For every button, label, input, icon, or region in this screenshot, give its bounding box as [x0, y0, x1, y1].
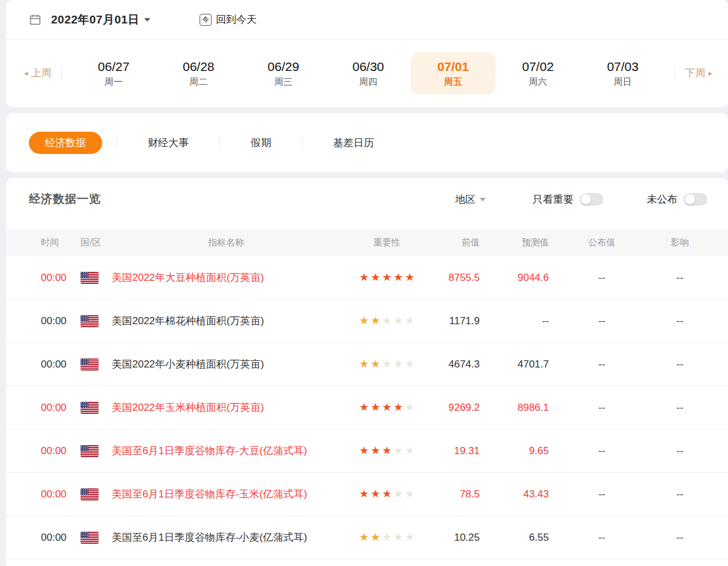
- row-country: [81, 401, 112, 414]
- star-icon: ★: [405, 488, 415, 499]
- table-row[interactable]: 00:00美国2022年小麦种植面积(万英亩)★★★★★4674.34701.7…: [6, 343, 728, 386]
- table-row[interactable]: 00:00美国2022年棉花种植面积(万英亩)★★★★★1171.9------: [6, 300, 728, 343]
- row-country: [81, 444, 112, 457]
- row-impact-value: --: [644, 358, 716, 371]
- day-cell-07-01[interactable]: 07/01周五: [411, 52, 495, 94]
- tab-financial-events[interactable]: 财经大事: [132, 132, 205, 154]
- row-previous-value: 19.31: [433, 445, 491, 457]
- important-only-filter: 只看重要: [533, 192, 604, 206]
- region-filter-dropdown[interactable]: 地区: [455, 192, 486, 206]
- chevron-down-icon: [144, 18, 150, 22]
- row-time: 00:00: [34, 402, 81, 414]
- day-cell-07-03[interactable]: 07/03周日: [580, 52, 665, 94]
- day-weekday: 周一: [105, 75, 123, 88]
- day-date: 06/30: [352, 58, 384, 75]
- star-rating: ★★★★★: [359, 402, 415, 413]
- row-importance: ★★★★★: [340, 445, 433, 457]
- row-published-value: --: [560, 315, 644, 327]
- calendar-header-card: 2022年07月01日 今 回到今天 ◂ 上周 06/27周一06/28周二06…: [6, 0, 728, 107]
- table-row[interactable]: 00:00美国2022年大豆种植面积(万英亩)★★★★★8755.59044.6…: [6, 256, 728, 300]
- row-published-value: --: [560, 402, 644, 414]
- star-rating: ★★★★★: [359, 488, 415, 499]
- row-previous-value: 9269.2: [433, 402, 491, 414]
- toggle-knob: [581, 194, 591, 205]
- day-cell-06-27[interactable]: 06/27周一: [72, 52, 156, 94]
- table-column-headers: 时间国/区指标名称重要性前值预测值公布值影响: [6, 229, 728, 256]
- tab-holidays[interactable]: 假期: [234, 132, 287, 154]
- star-icon: ★: [370, 532, 381, 543]
- table-row[interactable]: 00:00美国至6月1日季度谷物库存-小麦(亿蒲式耳)★★★★★10.256.5…: [6, 516, 728, 559]
- star-icon: ★: [359, 532, 370, 543]
- row-forecast-value: 9044.6: [491, 272, 560, 284]
- day-date: 06/29: [268, 58, 299, 75]
- star-icon: ★: [382, 488, 393, 499]
- row-previous-value: 8755.5: [433, 272, 491, 284]
- us-flag-icon: [81, 488, 99, 500]
- star-icon: ★: [370, 315, 381, 326]
- star-icon: ★: [382, 402, 393, 413]
- star-icon: ★: [405, 315, 415, 326]
- row-forecast-value: 4701.7: [491, 358, 560, 371]
- star-rating: ★★★★★: [359, 358, 415, 369]
- row-published-value: --: [560, 488, 644, 500]
- back-to-today-button[interactable]: 今 回到今天: [200, 13, 257, 26]
- table-row[interactable]: 00:00美国至6月1日季度谷物库存-大豆(亿蒲式耳)★★★★★19.319.6…: [6, 429, 728, 473]
- col-country: 国/区: [81, 237, 112, 248]
- row-indicator-name: 美国至6月1日季度谷物库存-大豆(亿蒲式耳): [112, 444, 340, 458]
- back-to-today-label: 回到今天: [216, 13, 257, 26]
- table-row[interactable]: 00:00美国至6月1日季度谷物库存-玉米(亿蒲式耳)★★★★★78.543.4…: [6, 473, 728, 516]
- star-icon: ★: [382, 532, 393, 543]
- star-icon: ★: [405, 358, 415, 369]
- day-cell-06-30[interactable]: 06/30周四: [326, 52, 411, 94]
- row-impact-value: --: [644, 402, 716, 414]
- star-icon: ★: [393, 402, 404, 413]
- row-previous-value: 4674.3: [433, 358, 491, 371]
- col-previous: 前值: [433, 237, 491, 248]
- toggle-knob: [685, 194, 695, 205]
- day-cell-07-02[interactable]: 07/02周六: [495, 52, 580, 94]
- prev-week-button[interactable]: ◂ 上周: [24, 66, 52, 80]
- star-icon: ★: [359, 315, 370, 326]
- star-icon: ★: [359, 445, 370, 456]
- star-icon: ★: [393, 315, 404, 326]
- tab-economic-data[interactable]: 经济数据: [29, 132, 102, 154]
- row-importance: ★★★★★: [340, 402, 433, 414]
- us-flag-icon: [81, 315, 99, 327]
- chevron-down-icon: [480, 198, 486, 201]
- unpublished-toggle[interactable]: [684, 193, 708, 206]
- divider: [674, 66, 675, 81]
- star-icon: ★: [405, 445, 415, 456]
- day-cell-06-29[interactable]: 06/29周三: [241, 52, 326, 94]
- right-arrow-icon: ▸: [708, 69, 712, 78]
- star-icon: ★: [359, 402, 370, 413]
- day-cell-06-28[interactable]: 06/28周二: [156, 52, 241, 94]
- row-time: 00:00: [34, 358, 81, 371]
- table-filters: 地区 只看重要 未公布: [455, 191, 710, 206]
- row-previous-value: 78.5: [433, 488, 491, 500]
- star-icon: ★: [393, 532, 404, 543]
- week-days: 06/27周一06/28周二06/29周三06/30周四07/01周五07/02…: [72, 52, 665, 94]
- row-published-value: --: [560, 272, 644, 284]
- day-weekday: 周四: [359, 75, 378, 88]
- economic-data-card: 经济数据一览 地区 只看重要 未公布 时间国/区指标名称重要性前值预测值公布值影…: [6, 178, 728, 566]
- tab-basis-calendar[interactable]: 基差日历: [317, 132, 390, 154]
- star-icon: ★: [382, 445, 393, 456]
- star-rating: ★★★★★: [359, 445, 415, 456]
- unpublished-label: 未公布: [647, 192, 678, 206]
- table-row[interactable]: 00:00美国2022年玉米种植面积(万英亩)★★★★★9269.28986.1…: [6, 386, 728, 429]
- row-country: [81, 531, 112, 544]
- next-week-button[interactable]: 下周 ▸: [685, 66, 712, 80]
- important-only-label: 只看重要: [533, 192, 574, 206]
- us-flag-icon: [81, 358, 99, 371]
- row-forecast-value: 6.55: [491, 532, 560, 544]
- region-filter-label: 地区: [455, 192, 476, 206]
- row-country: [81, 358, 112, 371]
- important-only-toggle[interactable]: [580, 193, 604, 206]
- day-date: 06/28: [183, 58, 215, 75]
- star-icon: ★: [370, 488, 381, 499]
- row-indicator-name: 美国2022年玉米种植面积(万英亩): [112, 401, 340, 414]
- row-previous-value: 1171.9: [433, 315, 491, 327]
- row-country: [81, 488, 112, 500]
- current-date-dropdown[interactable]: 2022年07月01日: [51, 12, 150, 28]
- col-time: 时间: [34, 237, 81, 248]
